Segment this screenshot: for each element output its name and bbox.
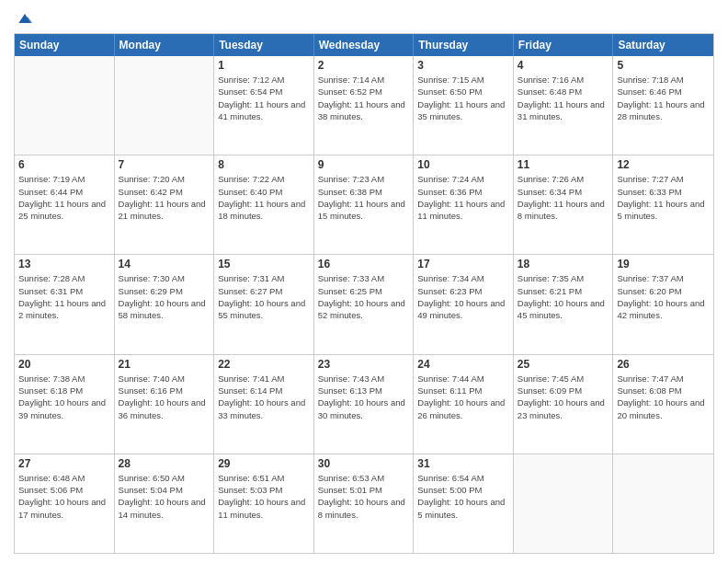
calendar-row-2: 13Sunrise: 7:28 AM Sunset: 6:31 PM Dayli… — [15, 254, 713, 353]
day-info: Sunrise: 7:14 AM Sunset: 6:52 PM Dayligh… — [318, 74, 410, 122]
day-info: Sunrise: 7:34 AM Sunset: 6:23 PM Dayligh… — [417, 272, 509, 321]
day-info: Sunrise: 7:27 AM Sunset: 6:33 PM Dayligh… — [617, 173, 710, 222]
day-info: Sunrise: 7:31 AM Sunset: 6:27 PM Dayligh… — [218, 272, 310, 321]
day-info: Sunrise: 7:35 AM Sunset: 6:21 PM Dayligh… — [518, 272, 609, 321]
day-info: Sunrise: 7:47 AM Sunset: 6:08 PM Dayligh… — [617, 373, 710, 421]
day-cell-16: 16Sunrise: 7:33 AM Sunset: 6:25 PM Dayli… — [314, 255, 415, 353]
day-cell-1: 1Sunrise: 7:12 AM Sunset: 6:54 PM Daylig… — [214, 56, 314, 155]
day-cell-7: 7Sunrise: 7:20 AM Sunset: 6:42 PM Daylig… — [115, 155, 215, 254]
calendar-row-4: 27Sunrise: 6:48 AM Sunset: 5:06 PM Dayli… — [15, 454, 713, 553]
day-info: Sunrise: 7:22 AM Sunset: 6:40 PM Dayligh… — [218, 173, 310, 222]
day-number: 26 — [617, 358, 710, 371]
day-info: Sunrise: 7:33 AM Sunset: 6:25 PM Dayligh… — [318, 272, 410, 321]
header-day-wednesday: Wednesday — [314, 34, 415, 56]
day-info: Sunrise: 7:12 AM Sunset: 6:54 PM Dayligh… — [218, 74, 310, 122]
day-cell-9: 9Sunrise: 7:23 AM Sunset: 6:38 PM Daylig… — [314, 155, 415, 254]
day-number: 5 — [617, 59, 710, 72]
day-info: Sunrise: 7:43 AM Sunset: 6:13 PM Dayligh… — [318, 373, 410, 421]
day-cell-17: 17Sunrise: 7:34 AM Sunset: 6:23 PM Dayli… — [414, 255, 514, 353]
day-cell-29: 29Sunrise: 6:51 AM Sunset: 5:03 PM Dayli… — [214, 454, 314, 553]
day-number: 28 — [119, 457, 210, 470]
day-number: 30 — [318, 457, 410, 470]
day-info: Sunrise: 6:54 AM Sunset: 5:00 PM Dayligh… — [417, 472, 509, 521]
day-cell-11: 11Sunrise: 7:26 AM Sunset: 6:34 PM Dayli… — [514, 155, 614, 254]
day-cell-empty — [514, 454, 614, 553]
day-cell-22: 22Sunrise: 7:41 AM Sunset: 6:14 PM Dayli… — [214, 355, 314, 454]
calendar-header: SundayMondayTuesdayWednesdayThursdayFrid… — [15, 34, 713, 56]
day-info: Sunrise: 7:38 AM Sunset: 6:18 PM Dayligh… — [18, 373, 110, 421]
day-number: 1 — [218, 59, 310, 72]
day-info: Sunrise: 7:40 AM Sunset: 6:16 PM Dayligh… — [119, 373, 210, 421]
day-cell-13: 13Sunrise: 7:28 AM Sunset: 6:31 PM Dayli… — [15, 255, 115, 353]
day-number: 18 — [518, 258, 609, 270]
day-number: 6 — [18, 158, 110, 171]
header-day-sunday: Sunday — [15, 34, 115, 56]
day-number: 10 — [417, 158, 509, 171]
day-number: 23 — [318, 358, 410, 371]
day-number: 2 — [318, 59, 410, 72]
day-info: Sunrise: 7:19 AM Sunset: 6:44 PM Dayligh… — [18, 173, 110, 222]
day-info: Sunrise: 7:16 AM Sunset: 6:48 PM Dayligh… — [518, 74, 609, 122]
day-number: 3 — [417, 59, 509, 72]
day-info: Sunrise: 7:20 AM Sunset: 6:42 PM Dayligh… — [119, 173, 210, 222]
day-cell-21: 21Sunrise: 7:40 AM Sunset: 6:16 PM Dayli… — [115, 355, 215, 454]
calendar-row-0: 1Sunrise: 7:12 AM Sunset: 6:54 PM Daylig… — [15, 56, 713, 155]
day-cell-10: 10Sunrise: 7:24 AM Sunset: 6:36 PM Dayli… — [414, 155, 514, 254]
header-day-saturday: Saturday — [613, 34, 713, 56]
day-number: 8 — [218, 158, 310, 171]
day-info: Sunrise: 7:15 AM Sunset: 6:50 PM Dayligh… — [417, 74, 509, 122]
day-info: Sunrise: 7:26 AM Sunset: 6:34 PM Dayligh… — [518, 173, 609, 222]
day-cell-5: 5Sunrise: 7:18 AM Sunset: 6:46 PM Daylig… — [613, 56, 713, 155]
calendar-row-1: 6Sunrise: 7:19 AM Sunset: 6:44 PM Daylig… — [15, 155, 713, 254]
day-cell-empty — [613, 454, 713, 553]
header-day-thursday: Thursday — [414, 34, 514, 56]
day-info: Sunrise: 7:44 AM Sunset: 6:11 PM Dayligh… — [417, 373, 509, 421]
day-number: 25 — [518, 358, 609, 371]
day-number: 22 — [218, 358, 310, 371]
day-number: 16 — [318, 258, 410, 270]
header-day-tuesday: Tuesday — [214, 34, 314, 56]
day-info: Sunrise: 6:53 AM Sunset: 5:01 PM Dayligh… — [318, 472, 410, 521]
header-day-friday: Friday — [514, 34, 614, 56]
day-info: Sunrise: 7:18 AM Sunset: 6:46 PM Dayligh… — [617, 74, 710, 122]
day-number: 31 — [417, 457, 509, 470]
day-number: 29 — [218, 457, 310, 470]
day-info: Sunrise: 7:28 AM Sunset: 6:31 PM Dayligh… — [18, 272, 110, 321]
calendar: SundayMondayTuesdayWednesdayThursdayFrid… — [14, 33, 714, 554]
day-cell-25: 25Sunrise: 7:45 AM Sunset: 6:09 PM Dayli… — [514, 355, 614, 454]
page: SundayMondayTuesdayWednesdayThursdayFrid… — [0, 0, 728, 563]
day-number: 11 — [518, 158, 609, 171]
day-cell-14: 14Sunrise: 7:30 AM Sunset: 6:29 PM Dayli… — [115, 255, 215, 353]
calendar-body: 1Sunrise: 7:12 AM Sunset: 6:54 PM Daylig… — [15, 56, 713, 553]
day-number: 14 — [119, 258, 210, 270]
day-cell-4: 4Sunrise: 7:16 AM Sunset: 6:48 PM Daylig… — [514, 56, 614, 155]
day-cell-19: 19Sunrise: 7:37 AM Sunset: 6:20 PM Dayli… — [613, 255, 713, 353]
day-cell-empty — [115, 56, 215, 155]
day-info: Sunrise: 7:45 AM Sunset: 6:09 PM Dayligh… — [518, 373, 609, 421]
day-number: 13 — [18, 258, 110, 270]
day-number: 21 — [119, 358, 210, 371]
header — [14, 9, 714, 28]
day-cell-28: 28Sunrise: 6:50 AM Sunset: 5:04 PM Dayli… — [115, 454, 215, 553]
day-number: 17 — [417, 258, 509, 270]
day-cell-2: 2Sunrise: 7:14 AM Sunset: 6:52 PM Daylig… — [314, 56, 415, 155]
day-cell-6: 6Sunrise: 7:19 AM Sunset: 6:44 PM Daylig… — [15, 155, 115, 254]
day-info: Sunrise: 7:30 AM Sunset: 6:29 PM Dayligh… — [119, 272, 210, 321]
header-day-monday: Monday — [115, 34, 215, 56]
day-info: Sunrise: 7:24 AM Sunset: 6:36 PM Dayligh… — [417, 173, 509, 222]
day-info: Sunrise: 7:37 AM Sunset: 6:20 PM Dayligh… — [617, 272, 710, 321]
day-number: 12 — [617, 158, 710, 171]
day-info: Sunrise: 7:41 AM Sunset: 6:14 PM Dayligh… — [218, 373, 310, 421]
day-cell-8: 8Sunrise: 7:22 AM Sunset: 6:40 PM Daylig… — [214, 155, 314, 254]
day-cell-20: 20Sunrise: 7:38 AM Sunset: 6:18 PM Dayli… — [15, 355, 115, 454]
day-info: Sunrise: 6:50 AM Sunset: 5:04 PM Dayligh… — [119, 472, 210, 521]
day-info: Sunrise: 6:48 AM Sunset: 5:06 PM Dayligh… — [18, 472, 110, 521]
day-cell-30: 30Sunrise: 6:53 AM Sunset: 5:01 PM Dayli… — [314, 454, 415, 553]
day-number: 24 — [417, 358, 509, 371]
day-cell-24: 24Sunrise: 7:44 AM Sunset: 6:11 PM Dayli… — [414, 355, 514, 454]
day-number: 9 — [318, 158, 410, 171]
day-cell-23: 23Sunrise: 7:43 AM Sunset: 6:13 PM Dayli… — [314, 355, 415, 454]
day-number: 20 — [18, 358, 110, 371]
day-cell-31: 31Sunrise: 6:54 AM Sunset: 5:00 PM Dayli… — [414, 454, 514, 553]
day-info: Sunrise: 6:51 AM Sunset: 5:03 PM Dayligh… — [218, 472, 310, 521]
